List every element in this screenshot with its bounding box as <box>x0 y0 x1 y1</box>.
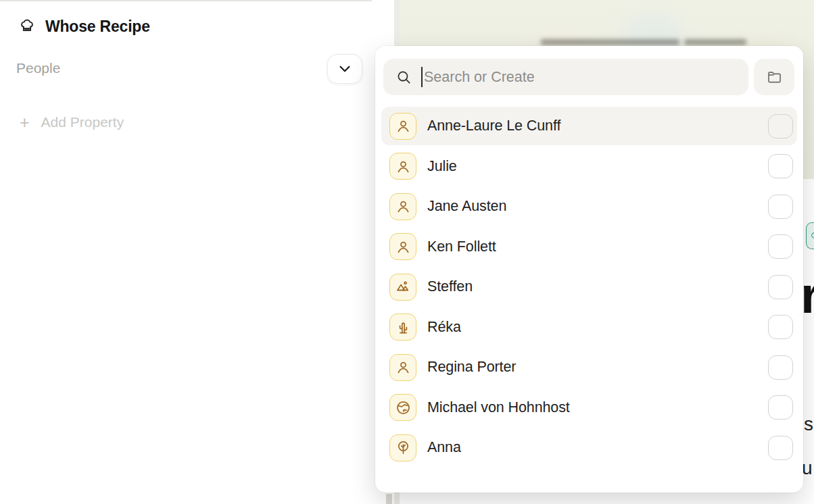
search-input[interactable] <box>424 69 739 86</box>
page-title: Whose Recipe <box>45 18 150 36</box>
list-item[interactable]: Jane Austen <box>381 187 797 226</box>
chef-hat-icon <box>18 18 36 36</box>
scrollbar-thumb[interactable] <box>386 494 392 504</box>
person-name: Anne-Laure Le Cunff <box>427 118 768 134</box>
cactus-icon <box>389 313 416 341</box>
select-checkbox[interactable] <box>768 395 793 420</box>
person-icon <box>389 354 416 381</box>
list-item[interactable]: Anna <box>381 428 797 467</box>
person-name: Steffen <box>427 278 768 295</box>
browse-folder-button[interactable] <box>754 59 794 95</box>
select-checkbox[interactable] <box>768 154 793 178</box>
person-name: Jane Austen <box>427 198 768 215</box>
chevron-down-icon <box>337 61 352 76</box>
person-icon <box>389 113 416 140</box>
add-property-label: Add Property <box>41 114 124 130</box>
globe-icon <box>389 394 416 421</box>
tag-icon <box>810 231 814 241</box>
property-panel: Whose Recipe People + Add Property <box>0 0 394 504</box>
person-name: Michael von Hohnhost <box>427 399 768 416</box>
select-checkbox[interactable] <box>768 114 793 138</box>
list-item[interactable]: Ken Follett <box>381 228 797 266</box>
search-bar[interactable] <box>383 59 748 95</box>
person-name: Réka <box>427 319 768 336</box>
person-icon <box>389 193 416 220</box>
list-item[interactable]: Regina Porter <box>381 348 797 386</box>
app-window: Whose Recipe People + Add Property r s u <box>0 0 814 504</box>
body-text-fragment: s <box>804 413 813 435</box>
people-picker-popup: Anne-Laure Le CunffJulieJane AustenKen F… <box>375 46 803 493</box>
plus-icon: + <box>20 116 30 130</box>
add-property-button[interactable]: + Add Property <box>20 114 124 130</box>
person-name: Julie <box>427 158 768 175</box>
select-checkbox[interactable] <box>768 355 793 380</box>
select-checkbox[interactable] <box>768 234 793 259</box>
person-name: Anna <box>427 439 768 456</box>
list-item[interactable]: Michael von Hohnhost <box>381 388 797 427</box>
person-icon <box>389 233 416 260</box>
person-icon <box>389 153 416 180</box>
panel-divider <box>0 0 372 1</box>
select-checkbox[interactable] <box>768 275 793 299</box>
list-item[interactable]: Réka <box>381 308 797 347</box>
list-item[interactable]: Steffen <box>381 268 797 306</box>
list-item[interactable]: Anne-Laure Le Cunff <box>381 107 797 145</box>
list-item[interactable]: Julie <box>381 147 797 186</box>
property-type-label: People <box>16 60 60 76</box>
select-checkbox[interactable] <box>768 436 793 460</box>
people-list: Anne-Laure Le CunffJulieJane AustenKen F… <box>381 107 797 467</box>
person-name: Ken Follett <box>427 238 768 255</box>
tree-icon <box>389 434 416 461</box>
mountains-icon <box>389 274 416 301</box>
tag-chip-clipped[interactable] <box>806 222 814 249</box>
collapse-property-button[interactable] <box>327 54 362 84</box>
folder-icon <box>766 69 783 86</box>
person-name: Regina Porter <box>427 359 768 376</box>
text-caret <box>421 67 423 87</box>
select-checkbox[interactable] <box>768 195 793 219</box>
search-icon <box>396 69 412 86</box>
select-checkbox[interactable] <box>768 315 793 339</box>
body-text-fragment: u <box>802 457 813 479</box>
